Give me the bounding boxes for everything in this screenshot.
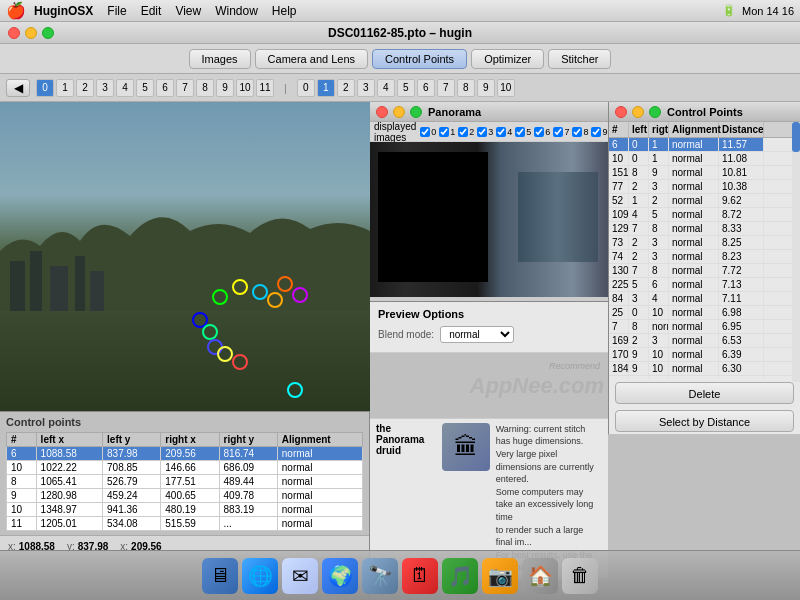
cp-min-button[interactable]	[632, 106, 644, 118]
dock-photo[interactable]: 📷	[482, 558, 518, 594]
nav-num-10-left[interactable]: 10	[236, 79, 254, 97]
cp-list-row[interactable]: 109 4 5 normal 8.72	[609, 208, 800, 222]
dock-finder[interactable]: 🖥	[202, 558, 238, 594]
cp-list-row[interactable]: 170 9 10 normal 6.39	[609, 348, 800, 362]
table-row[interactable]: 9 1280.98 459.24 400.65 409.78 normal	[7, 489, 363, 503]
cp-circle-10[interactable]	[217, 346, 233, 362]
image-canvas[interactable]	[0, 102, 370, 412]
cp-circle-cyan[interactable]	[287, 382, 303, 398]
table-row[interactable]: 8 1065.41 526.79 177.51 489.44 normal	[7, 475, 363, 489]
nav-num-5-right[interactable]: 5	[397, 79, 415, 97]
nav-num-9-right[interactable]: 9	[477, 79, 495, 97]
img-cb-6[interactable]: 6	[534, 127, 550, 137]
cp-list-row[interactable]: 25 0 10 normal 6.98	[609, 306, 800, 320]
cp-list-row[interactable]: 10 0 1 normal 11.08	[609, 152, 800, 166]
menu-file[interactable]: File	[107, 4, 126, 18]
delete-button[interactable]: Delete	[615, 382, 794, 404]
nav-num-8-right[interactable]: 8	[457, 79, 475, 97]
cp-window-controls[interactable]	[615, 106, 661, 118]
img-cb-2[interactable]: 2	[458, 127, 474, 137]
cp-max-button[interactable]	[649, 106, 661, 118]
nav-arrow-left[interactable]: ◀	[6, 79, 30, 97]
tab-camera-lens[interactable]: Camera and Lens	[255, 49, 368, 69]
nav-num-6-left[interactable]: 6	[156, 79, 174, 97]
dock-ie[interactable]: 🌍	[322, 558, 358, 594]
pano-min-button[interactable]	[393, 106, 405, 118]
pano-max-button[interactable]	[410, 106, 422, 118]
table-row[interactable]: 10 1022.22 708.85 146.66 686.09 normal	[7, 461, 363, 475]
dock-music[interactable]: 🎵	[442, 558, 478, 594]
cp-close-button[interactable]	[615, 106, 627, 118]
scrollbar-thumb[interactable]	[792, 122, 800, 152]
nav-num-2-left[interactable]: 2	[76, 79, 94, 97]
menu-view[interactable]: View	[175, 4, 201, 18]
nav-num-4-right[interactable]: 4	[377, 79, 395, 97]
cp-list[interactable]: 6 0 1 normal 11.57 10 0 1 normal 11.08 1…	[609, 138, 800, 378]
tab-optimizer[interactable]: Optimizer	[471, 49, 544, 69]
dock-calendar[interactable]: 🗓	[402, 558, 438, 594]
scrollbar-track[interactable]	[792, 122, 800, 382]
nav-num-10-right[interactable]: 10	[497, 79, 515, 97]
cp-list-row[interactable]: 169 2 3 normal 6.53	[609, 334, 800, 348]
blend-mode-select[interactable]: normal average difference	[440, 326, 514, 343]
menu-edit[interactable]: Edit	[141, 4, 162, 18]
cp-circle-8[interactable]	[202, 324, 218, 340]
cp-circle-red[interactable]	[232, 354, 248, 370]
table-row[interactable]: 6 1088.58 837.98 209.56 816.74 normal	[7, 447, 363, 461]
cp-list-row[interactable]: 6 0 1 normal 11.57	[609, 138, 800, 152]
dock-hugin[interactable]: 🔭	[362, 558, 398, 594]
window-controls[interactable]	[8, 27, 54, 39]
cp-circle-5[interactable]	[292, 287, 308, 303]
cp-circle-2[interactable]	[232, 279, 248, 295]
cp-list-row[interactable]: 74 2 3 normal 8.23	[609, 250, 800, 264]
cp-list-row[interactable]: 129 7 8 normal 8.33	[609, 222, 800, 236]
nav-num-0-left[interactable]: 0	[36, 79, 54, 97]
nav-num-3-left[interactable]: 3	[96, 79, 114, 97]
minimize-button[interactable]	[25, 27, 37, 39]
nav-num-1-right[interactable]: 1	[317, 79, 335, 97]
cp-list-row[interactable]: 151 8 9 normal 10.81	[609, 166, 800, 180]
maximize-button[interactable]	[42, 27, 54, 39]
cp-list-row[interactable]: 84 3 4 normal 7.11	[609, 292, 800, 306]
image-checkboxes[interactable]: 0 1 2 3 4 5 6 7 8 9	[420, 127, 607, 137]
cp-list-row[interactable]: 225 5 6 normal 7.13	[609, 278, 800, 292]
nav-num-5-left[interactable]: 5	[136, 79, 154, 97]
dock-mail[interactable]: ✉	[282, 558, 318, 594]
table-row[interactable]: 11 1205.01 534.08 515.59 ... normal	[7, 517, 363, 531]
menu-help[interactable]: Help	[272, 4, 297, 18]
cp-table-body[interactable]: 6 1088.58 837.98 209.56 816.74 normal 10…	[7, 447, 363, 531]
close-button[interactable]	[8, 27, 20, 39]
apple-icon[interactable]: 🍎	[6, 1, 26, 20]
pano-close-button[interactable]	[376, 106, 388, 118]
cp-circle-1[interactable]	[212, 289, 228, 305]
nav-num-1-left[interactable]: 1	[56, 79, 74, 97]
tab-images[interactable]: Images	[189, 49, 251, 69]
nav-num-0-right[interactable]: 0	[297, 79, 315, 97]
dock-safari[interactable]: 🌐	[242, 558, 278, 594]
nav-num-3-right[interactable]: 3	[357, 79, 375, 97]
cp-list-row[interactable]: 77 2 3 normal 10.38	[609, 180, 800, 194]
table-row[interactable]: 10 1348.97 941.36 480.19 883.19 normal	[7, 503, 363, 517]
cp-circle-6[interactable]	[267, 292, 283, 308]
img-cb-1[interactable]: 1	[439, 127, 455, 137]
cp-circle-3[interactable]	[252, 284, 268, 300]
img-cb-8[interactable]: 8	[572, 127, 588, 137]
img-cb-4[interactable]: 4	[496, 127, 512, 137]
tab-stitcher[interactable]: Stitcher	[548, 49, 611, 69]
img-cb-5[interactable]: 5	[515, 127, 531, 137]
panorama-window-controls[interactable]	[376, 106, 422, 118]
img-cb-3[interactable]: 3	[477, 127, 493, 137]
nav-num-9-left[interactable]: 9	[216, 79, 234, 97]
nav-num-8-left[interactable]: 8	[196, 79, 214, 97]
cp-list-row[interactable]: 7 8 normal normal 6.95	[609, 320, 800, 334]
nav-num-6-right[interactable]: 6	[417, 79, 435, 97]
nav-num-4-left[interactable]: 4	[116, 79, 134, 97]
nav-num-7-left[interactable]: 7	[176, 79, 194, 97]
img-cb-0[interactable]: 0	[420, 127, 436, 137]
nav-num-2-right[interactable]: 2	[337, 79, 355, 97]
select-distance-button[interactable]: Select by Distance	[615, 410, 794, 432]
cp-list-row[interactable]: 52 1 2 normal 9.62	[609, 194, 800, 208]
tab-control-points[interactable]: Control Points	[372, 49, 467, 69]
cp-list-row[interactable]: 70 1 2 normal 6.26	[609, 376, 800, 378]
cp-list-row[interactable]: 184 9 10 normal 6.30	[609, 362, 800, 376]
